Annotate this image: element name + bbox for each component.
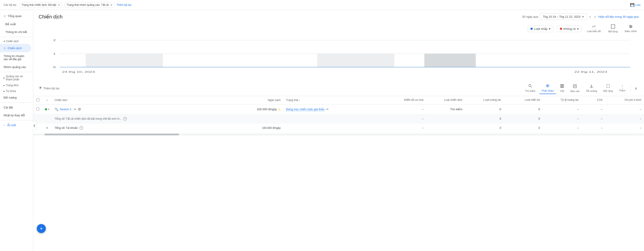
filter-bar: Các bộ lọc Trạng thái chiến dịch: Đã bật… [0,0,644,10]
account-info-icon[interactable]: ? [80,126,83,130]
campaign-status-filter[interactable]: Trạng thái chiến dịch: Đã bật × [19,2,62,8]
sidebar-item-nhat-ky[interactable]: Nhật ký thay đổi [0,111,31,119]
sidebar-item-chien-dich[interactable]: ⌂ Chiến dịch [0,44,31,52]
chart-tool-mo-rong[interactable]: Mở rộng [606,24,619,34]
header-ty-le-tuong-tac: Tỷ lệ tương tác [542,96,582,104]
sidebar-item-thong-tin-chi-tiet[interactable]: Thông tin chi tiết [0,28,31,36]
header-ngan-sach: Ngân sách [220,96,284,104]
fab-add-button[interactable]: + [37,224,46,233]
quang-cao-arrow: ▸ [4,76,5,80]
table-tool-bao-cao[interactable]: Báo cáo [568,83,582,94]
sidebar-label-thong-tin: Thông tin chi tiết [6,30,27,34]
svg-rect-16 [317,54,394,67]
table-tool-tai-xuong[interactable]: Tải xuống [584,83,599,94]
account-hien-thi-value: 0 [538,126,540,130]
page-header: Chiến dịch 30 ngày qua Thg 10 24 – Thg 1… [33,10,644,22]
chi-phi-value: – [640,108,641,111]
sidebar-section-chien-dich[interactable]: ▾ Chiến dịch [0,38,33,44]
header-loai-chien-dich-label: Loại chiến dịch [444,98,462,102]
view-data-link[interactable]: Hiện dữ liệu trong 30 ngày qua [598,15,638,19]
mo-rong-label: Mở rộng [608,30,618,33]
sidebar-divider-1 [0,37,33,37]
table-tool-cot[interactable]: Cột [558,83,566,94]
main-layout: ⌂ Tổng quan Đề xuất Thông tin chi tiết ▾… [0,10,644,251]
group-status-filter-close[interactable]: × [110,3,112,7]
account-status-val [284,123,387,133]
strategy-link[interactable]: Đang học chiến lược giá thầu [286,108,325,111]
campaign-edit-icon[interactable]: ✏ [74,108,76,111]
chart-tool-dieu-chinh[interactable]: Điều chỉnh [623,24,638,34]
header-trang-thai[interactable]: Trạng thái ↓ [284,96,387,104]
edit-status-icon[interactable]: ✏ [326,108,329,111]
sidebar-label-doi-tuong: Đối tượng [4,96,16,99]
table-tool-phan-doan[interactable]: Phân đoạn [540,82,556,94]
table-tool-mo-rong-table[interactable]: Mở rộng [601,83,615,94]
sidebar-collapse-button[interactable]: ❮ [32,121,36,130]
date-prev-button[interactable]: ‹ [588,14,592,20]
campaign-settings-icon[interactable]: ⚙ [78,107,81,111]
table-tool-them[interactable]: ⋮ Thêm [617,83,628,93]
account-luot-value: 0 [500,126,501,130]
status-dropdown-icon[interactable]: ▾ [48,108,49,110]
group-status-filter[interactable]: Trạng thái nhóm quảng cáo: Tất cả × [64,2,115,8]
sidebar-item-thong-tin-chuyen-sau[interactable]: Thông tin chuyên sâu về đấu giá [0,52,31,63]
header-chien-dich: Chiến dịch [52,96,220,104]
account-chevron[interactable]: ▾ [46,126,48,130]
chart-tool-loai-bieu-do[interactable]: Loại biểu đồ [585,24,603,34]
phan-doan-icon [546,84,550,89]
group-status-filter-text: Trạng thái nhóm quảng cáo: Tất cả [67,3,108,7]
row-checkbox-cell[interactable] [33,104,42,114]
row-checkbox[interactable] [36,108,39,110]
total-hien-thi-value: 0 [538,117,540,120]
khong-co-dropdown: ▾ [577,27,579,31]
total-ty-le: – [542,114,582,123]
add-filter-button[interactable]: Thêm bộ lọc [116,3,132,7]
account-budget-cell: 100.000 đ/ngày [220,123,284,133]
sidebar-section-trang-dich[interactable]: ▸ Trang đích [0,82,33,88]
status-dot-container[interactable]: ▾ [45,108,49,110]
table-tool-tim-kiem[interactable]: Tìm kiếm [523,83,538,94]
filter-icon: ⧩ [38,86,42,90]
luot-nhap-dot [530,28,533,30]
date-range-label: 30 ngày qua [522,15,538,19]
total-ty-le-value: – [577,117,579,120]
sidebar-item-an-bot[interactable]: − Ẩn bớt [0,121,31,129]
table-row: ▾ 🔍 Search-1 ✏ ⚙ [33,104,644,114]
an-bot-icon: − [4,123,6,127]
horizontal-scrollbar[interactable] [33,134,644,135]
sidebar-item-de-xuat[interactable]: Đề xuất [0,20,31,28]
home-icon: ⌂ [4,14,6,18]
date-range-selector[interactable]: Thg 10 24 – Thg 11 22, 2023 ▾ [540,14,586,20]
header-checkbox[interactable] [33,96,42,104]
account-ctr: – [582,123,605,133]
save-button[interactable]: 💾 Lưu [630,3,640,7]
scrollbar-thumb[interactable] [44,134,179,135]
sidebar-item-doi-tuong[interactable]: Đối tượng [0,94,31,102]
add-filter-table-button[interactable]: Thêm bộ lọc [43,87,60,90]
sidebar-divider-2 [0,72,33,72]
sidebar-label-an-bot: Ẩn bớt [7,123,16,127]
svg-point-5 [631,26,632,27]
sidebar-item-cai-dat[interactable]: Cài đặt [0,104,31,111]
campaign-name-link[interactable]: Search-1 [60,108,72,111]
collapse-table-button[interactable]: ∧ [633,86,638,91]
sidebar-item-nhom-quang-cao[interactable]: Nhóm quảng cáo [0,63,31,71]
total-chi-phi: – [605,114,644,123]
sidebar-section-tu-khoa[interactable]: ▸ Từ khóa [0,88,33,94]
campaign-status-filter-close[interactable]: × [58,3,60,7]
them-icon: ⋮ [620,85,624,89]
cot-icon [560,84,564,89]
luot-nhap-metric[interactable]: Lượt nhấp ▾ [528,26,553,32]
khong-co-metric[interactable]: Không có ▾ [557,26,582,32]
loai-bieu-do-icon [592,25,596,30]
date-next-button[interactable]: › [594,14,597,20]
header-diem-toi-uu-label: Điểm tối ưu hoá [404,98,424,102]
sidebar-item-tong-quan[interactable]: ⌂ Tổng quan [0,12,31,20]
select-all-checkbox[interactable] [36,98,39,101]
chien-dich-section-arrow: ▾ [4,40,5,43]
campaign-budget-cell: 100.000 đ/ngày ⚠ [220,104,284,114]
total-info-icon[interactable]: ? [123,117,127,121]
tu-khoa-arrow: ▸ [4,90,5,93]
sidebar-section-quang-cao[interactable]: ▸ Quảng cáo và thành phần [0,73,33,82]
header-chi-phi: Chi phí tr.bình [605,96,644,104]
